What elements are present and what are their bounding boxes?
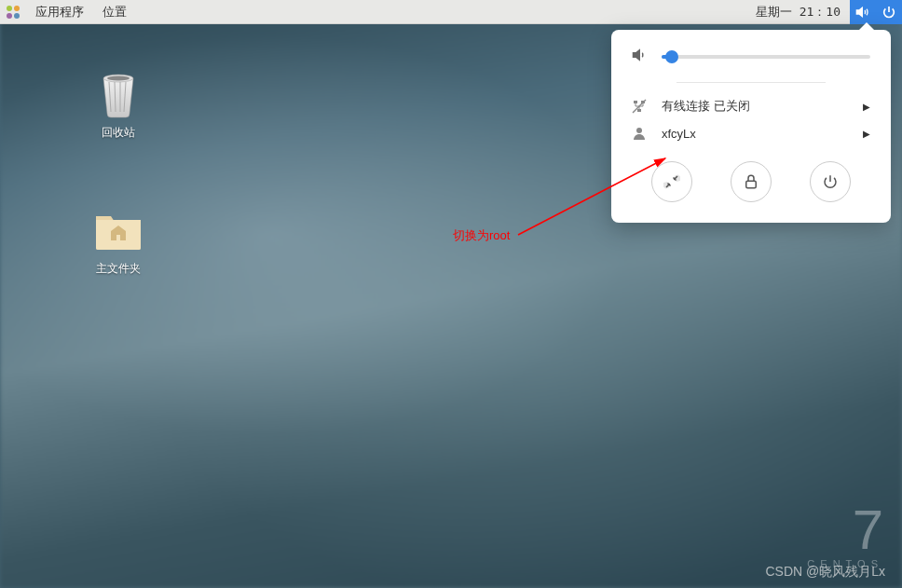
svg-point-0 xyxy=(7,6,12,11)
popup-actions xyxy=(611,146,891,208)
svg-rect-10 xyxy=(634,101,637,103)
distro-brand: 7 CENTOS xyxy=(807,502,883,569)
distro-logo-icon xyxy=(6,5,20,20)
user-icon xyxy=(632,126,649,141)
annotation-text: 切换为root xyxy=(453,227,510,244)
watermark: CSDN @晓风残月Lx xyxy=(765,564,885,581)
settings-button[interactable] xyxy=(651,161,692,202)
svg-point-1 xyxy=(14,6,20,11)
svg-rect-12 xyxy=(637,109,641,112)
user-label: xfcyLx xyxy=(662,127,863,141)
home-desktop-icon[interactable]: 主文件夹 xyxy=(76,203,160,277)
slider-thumb[interactable] xyxy=(665,50,678,63)
system-menu-popup: 有线连接 已关闭 ▶ xfcyLx ▶ xyxy=(611,30,891,223)
svg-point-14 xyxy=(636,128,642,133)
brand-version: 7 xyxy=(807,502,883,558)
lock-button[interactable] xyxy=(731,161,772,202)
svg-rect-15 xyxy=(746,181,757,188)
trash-desktop-icon[interactable]: 回收站 xyxy=(76,67,160,141)
chevron-right-icon: ▶ xyxy=(863,129,870,139)
power-tray-icon[interactable] xyxy=(876,0,902,24)
top-panel: 应用程序 位置 星期一 21：10 xyxy=(0,0,902,24)
panel-right: 星期一 21：10 xyxy=(746,0,902,23)
panel-left: 应用程序 位置 xyxy=(0,0,136,24)
network-row[interactable]: 有线连接 已关闭 ▶ xyxy=(611,92,891,120)
divider xyxy=(676,82,826,83)
volume-slider[interactable] xyxy=(662,55,870,59)
volume-tray-icon[interactable] xyxy=(850,0,876,24)
user-row[interactable]: xfcyLx ▶ xyxy=(611,120,891,146)
svg-point-3 xyxy=(14,13,20,19)
applications-menu[interactable]: 应用程序 xyxy=(26,0,93,24)
home-label: 主文件夹 xyxy=(96,261,141,277)
wired-network-icon xyxy=(632,99,649,114)
volume-icon xyxy=(632,47,649,67)
trash-icon xyxy=(92,67,144,119)
chevron-right-icon: ▶ xyxy=(863,102,870,112)
trash-label: 回收站 xyxy=(102,125,135,141)
svg-point-2 xyxy=(7,13,12,19)
network-label: 有线连接 已关闭 xyxy=(662,98,863,115)
power-button[interactable] xyxy=(810,161,851,202)
svg-point-9 xyxy=(107,76,130,81)
folder-home-icon xyxy=(92,203,144,255)
places-menu[interactable]: 位置 xyxy=(93,0,136,24)
volume-row xyxy=(611,47,891,80)
clock[interactable]: 星期一 21：10 xyxy=(746,4,850,21)
